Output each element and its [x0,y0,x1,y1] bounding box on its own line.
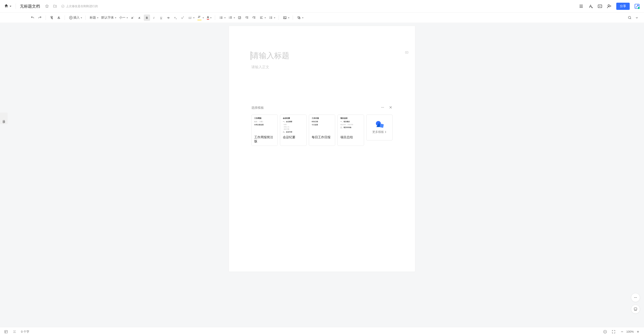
save-status: 上次修改是在刚刚进行的 [61,4,98,8]
template-card[interactable]: 项目总结 一、项目概述 项目名称： 开始日期： 二、项目时间轴 项目总结 [338,115,364,146]
zoom-in-button[interactable] [636,330,640,334]
share-button[interactable]: 分享 [616,3,630,10]
float-more-button[interactable] [631,293,640,302]
svg-rect-52 [298,16,300,18]
letter-spacing-button[interactable]: AV [187,15,195,21]
home-button[interactable] [4,4,12,9]
save-status-text: 上次修改是在刚刚进行的 [66,4,98,8]
header-bar: 无标题文档 上次修改是在刚刚进行的 分享 [0,0,644,13]
page-break-icon[interactable] [12,330,16,334]
svg-text:S: S [168,16,169,19]
underline-button[interactable]: U [158,15,164,21]
folder-move-icon[interactable] [53,4,57,8]
increase-font-button[interactable]: A+ [130,15,136,21]
insert-image-button[interactable] [282,15,290,21]
superscript-button[interactable]: X2 [180,15,186,21]
subscript-button[interactable]: X2 [172,15,179,21]
svg-rect-38 [246,16,248,17]
svg-rect-42 [254,17,256,18]
template-card[interactable]: 工作周报 姓名： 日期： 本周主要进展 · · · 工作周报简洁版 [251,115,278,146]
svg-text:X: X [181,17,183,19]
svg-rect-43 [254,18,256,19]
svg-rect-49 [270,18,272,19]
italic-button[interactable]: I [151,15,157,21]
body-placeholder[interactable]: 请输入正文 [251,65,393,70]
divider [16,4,16,9]
zoom-level[interactable]: 100% [626,330,634,333]
svg-text:A: A [131,16,133,19]
svg-text:-: - [140,16,141,18]
svg-rect-45 [260,18,262,18]
bold-button[interactable]: B [144,15,150,21]
svg-point-58 [383,107,384,108]
svg-point-4 [608,5,610,6]
toolbar-collapse-button[interactable] [634,15,640,21]
line-height-button[interactable] [268,15,276,21]
decrease-font-button[interactable]: A- [137,15,143,21]
add-user-icon[interactable] [607,4,612,9]
zoom-out-button[interactable] [620,330,624,334]
template-more-card[interactable]: 更多模板 [366,115,393,141]
title-placeholder[interactable]: 请输入标题 [251,51,393,61]
present-icon[interactable] [598,4,602,9]
svg-rect-30 [221,18,222,19]
svg-text:A: A [138,16,140,19]
undo-button[interactable] [30,15,36,21]
font-color-button[interactable]: A [206,15,212,21]
svg-text:3: 3 [229,18,230,19]
template-close-icon[interactable] [389,105,393,110]
text-style-icon[interactable] [588,4,593,9]
svg-point-27 [220,17,220,18]
insert-shape-button[interactable] [296,15,304,21]
toolbar-search-button[interactable] [626,15,633,21]
svg-point-54 [628,16,631,19]
page-layout-icon[interactable] [4,330,8,334]
svg-text:I: I [153,16,154,19]
add-comment-icon[interactable] [405,51,409,55]
strikethrough-button[interactable]: S [165,15,172,21]
svg-rect-62 [634,308,637,310]
template-more-icon[interactable] [380,105,384,110]
outline-icon[interactable] [579,4,584,9]
format-painter-button[interactable] [48,15,55,21]
home-icon [4,4,8,9]
document-title[interactable]: 无标题文档 [20,4,40,9]
word-count[interactable]: 0 个字 [21,330,29,334]
svg-text:2: 2 [176,18,177,19]
outdent-button[interactable] [244,15,250,21]
bullet-list-button[interactable] [218,15,226,21]
ai-assistant-icon[interactable] [634,3,640,9]
clear-format-button[interactable] [56,15,62,21]
play-icon[interactable] [603,330,607,334]
font-select[interactable]: 默认字体 [100,15,117,21]
toc-tab[interactable]: 目录 [0,113,8,124]
fontsize-select[interactable]: 小一 [118,15,128,21]
svg-rect-44 [260,17,263,17]
float-feedback-button[interactable] [631,305,640,314]
align-button[interactable] [258,15,266,21]
svg-rect-24 [188,18,192,19]
star-icon[interactable] [45,4,49,8]
svg-rect-2 [592,8,593,8]
heading-select[interactable]: 标题 [88,15,99,21]
svg-rect-1 [592,7,593,8]
checklist-button[interactable] [236,15,243,21]
template-card[interactable]: 会议纪要 一、会议摘要 · 时间： · 参会人员： · 会议主题： 二、会议内容… [280,115,306,146]
ordered-list-button[interactable]: 123 [227,15,236,21]
svg-rect-17 [167,18,170,18]
svg-point-59 [634,297,635,298]
svg-rect-39 [247,17,248,18]
redo-button[interactable] [37,15,43,21]
svg-rect-46 [260,18,263,19]
template-card[interactable]: 工作日报 时间日期 今日进展 · 每日工作日报 [309,115,335,146]
svg-text:U: U [160,16,162,19]
svg-point-61 [636,297,637,298]
insert-button[interactable]: 插入 [68,15,83,21]
svg-point-29 [220,18,220,19]
svg-text:2: 2 [183,16,184,18]
highlight-color-button[interactable] [196,15,204,21]
fullscreen-icon[interactable] [612,330,616,334]
indent-button[interactable] [251,15,257,21]
svg-point-25 [220,17,220,17]
document-page[interactable]: 请输入标题 请输入正文 选择模板 工作周报 姓名： 日期： 本周主要进展 · [229,26,415,272]
